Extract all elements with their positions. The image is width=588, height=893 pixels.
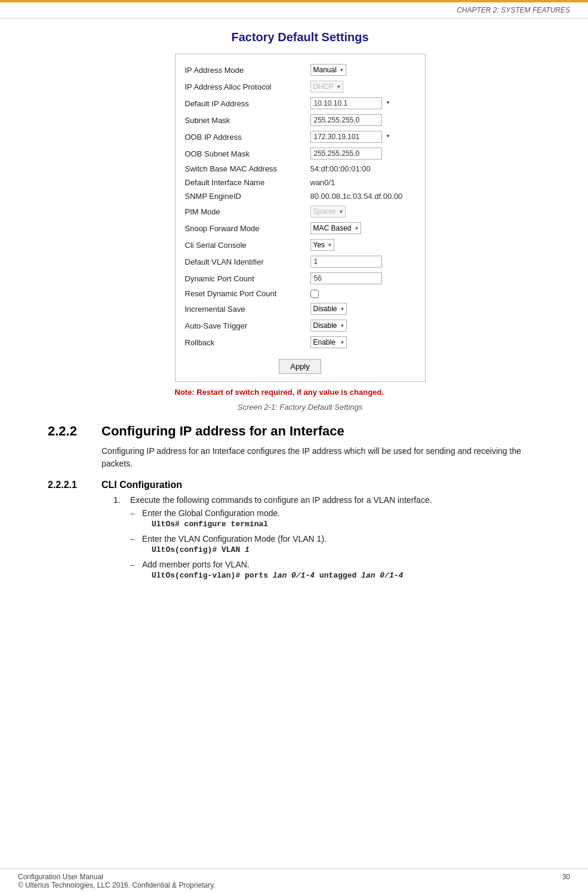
row-cli-serial: Cli Serial Console YesNo xyxy=(185,237,415,253)
sub-list: – Enter the Global Configuration mode. U… xyxy=(130,508,552,582)
row-rollback: Rollback EnableDisable xyxy=(185,334,415,351)
ip-alloc-select-wrapper: DHCP xyxy=(310,81,343,93)
apply-row: Apply xyxy=(185,354,415,374)
chapter-header: CHAPTER 2: SYSTEM FEATURES xyxy=(0,2,588,19)
default-ip-star: * xyxy=(387,99,390,108)
snmp-engineid-value: 80.00.08.1c.03.54.df.00.00 xyxy=(310,192,403,201)
settings-table: IP Address Mode ManualDHCP IP Address Al… xyxy=(175,54,426,382)
row-ip-alloc-protocol: IP Address Alloc Protocol DHCP xyxy=(185,78,415,95)
footer: Configuration User Manual © Ulterius Tec… xyxy=(0,869,588,893)
vlan-id-input[interactable] xyxy=(310,256,382,268)
section-222-heading: 2.2.2 Configuring IP address for an Inte… xyxy=(48,424,552,439)
note-text: Note: Restart of switch required, if any… xyxy=(175,388,426,397)
section-2221-num: 2.2.2.1 xyxy=(48,480,101,490)
dash-1: – xyxy=(130,508,142,518)
code-ports: UltOs(config-vlan)# ports lan 0/1-4 unta… xyxy=(152,571,552,580)
page-content: Factory Default Settings IP Address Mode… xyxy=(0,19,588,602)
row-autosave-trigger: Auto-Save Trigger DisableEnable xyxy=(185,317,415,334)
row-default-ip: Default IP Address * xyxy=(185,95,415,112)
code-configure-terminal: UltOs# configure terminal xyxy=(152,520,552,529)
chapter-title: CHAPTER 2: SYSTEM FEATURES xyxy=(457,6,570,14)
oob-ip-star: * xyxy=(387,133,390,142)
sub-item-1-text: Enter the Global Configuration mode. xyxy=(142,508,552,518)
list-num-1: 1. xyxy=(113,495,125,585)
ip-mode-select[interactable]: ManualDHCP xyxy=(310,64,346,76)
row-oob-ip: OOB IP Address * xyxy=(185,128,415,145)
list-item-1-text: Execute the following commands to config… xyxy=(130,495,432,505)
row-vlan-id: Default VLAN Identifier xyxy=(185,253,415,270)
section-222-title: Configuring IP address for an Interface xyxy=(101,424,344,439)
section-2221-heading: 2.2.2.1 CLI Configuration xyxy=(48,480,552,490)
subnet-mask-input[interactable] xyxy=(310,114,382,126)
dynamic-port-input[interactable] xyxy=(310,272,382,284)
factory-settings-block: Factory Default Settings IP Address Mode… xyxy=(48,30,552,397)
oob-ip-input[interactable] xyxy=(310,131,382,143)
sub-item-add-ports: – Add member ports for VLAN. UltOs(confi… xyxy=(130,560,552,582)
list-item-1: 1. Execute the following commands to con… xyxy=(113,495,552,585)
row-reset-dynamic: Reset Dynamic Port Count xyxy=(185,287,415,300)
row-mac-address: Switch Base MAC Address 54:df:00:00:01:0… xyxy=(185,162,415,176)
default-ip-input[interactable] xyxy=(310,97,382,109)
sub-item-3-text: Add member ports for VLAN. xyxy=(142,560,552,569)
incremental-save-select[interactable]: DisableEnable xyxy=(310,303,347,315)
caption-text: Screen 2-1: Factory Default Settings xyxy=(48,403,552,412)
sub-item-2-text: Enter the VLAN Configuration Mode (for V… xyxy=(142,534,552,544)
pim-mode-select: SparseDense xyxy=(310,205,346,217)
section-222-num: 2.2.2 xyxy=(48,424,101,439)
row-dynamic-port: Dynamic Port Count xyxy=(185,270,415,287)
apply-button[interactable]: Apply xyxy=(279,359,321,374)
row-incremental-save: Incremental Save DisableEnable xyxy=(185,300,415,317)
cli-serial-select[interactable]: YesNo xyxy=(310,239,334,251)
code-vlan-config: UltOs(config)# VLAN 1 xyxy=(152,545,552,554)
sub-item-vlan-config: – Enter the VLAN Configuration Mode (for… xyxy=(130,534,552,556)
footer-right: 30 xyxy=(562,873,570,889)
oob-subnet-input[interactable] xyxy=(310,148,382,159)
row-pim-mode: PIM Mode SparseDense xyxy=(185,203,415,220)
section-2221-title: CLI Configuration xyxy=(101,480,182,490)
factory-title: Factory Default Settings xyxy=(231,30,368,44)
row-snmp-engineid: SNMP EngineID 80.00.08.1c.03.54.df.00.00 xyxy=(185,189,415,203)
ip-alloc-select: DHCP xyxy=(310,81,343,93)
rollback-select[interactable]: EnableDisable xyxy=(310,336,347,348)
interface-name-value: wan0/1 xyxy=(310,178,335,187)
ip-mode-select-wrapper[interactable]: ManualDHCP xyxy=(310,64,346,76)
section-222-body: Configuring IP address for an Interface … xyxy=(101,445,552,470)
row-oob-subnet: OOB Subnet Mask xyxy=(185,145,415,162)
dash-2: – xyxy=(130,534,142,544)
row-snoop-forward: Snoop Forward Mode MAC BasedIP Based xyxy=(185,220,415,237)
row-ip-address-mode: IP Address Mode ManualDHCP xyxy=(185,62,415,78)
reset-dynamic-checkbox[interactable] xyxy=(310,290,319,298)
row-interface-name: Default Interface Name wan0/1 xyxy=(185,176,415,189)
dash-3: – xyxy=(130,560,142,569)
autosave-trigger-select[interactable]: DisableEnable xyxy=(310,320,347,332)
sub-item-global-config: – Enter the Global Configuration mode. U… xyxy=(130,508,552,530)
mac-address-value: 54:df:00:00:01:00 xyxy=(310,164,371,173)
snoop-forward-select[interactable]: MAC BasedIP Based xyxy=(310,222,361,234)
footer-left: Configuration User Manual © Ulterius Tec… xyxy=(18,873,216,889)
row-subnet-mask: Subnet Mask xyxy=(185,112,415,128)
